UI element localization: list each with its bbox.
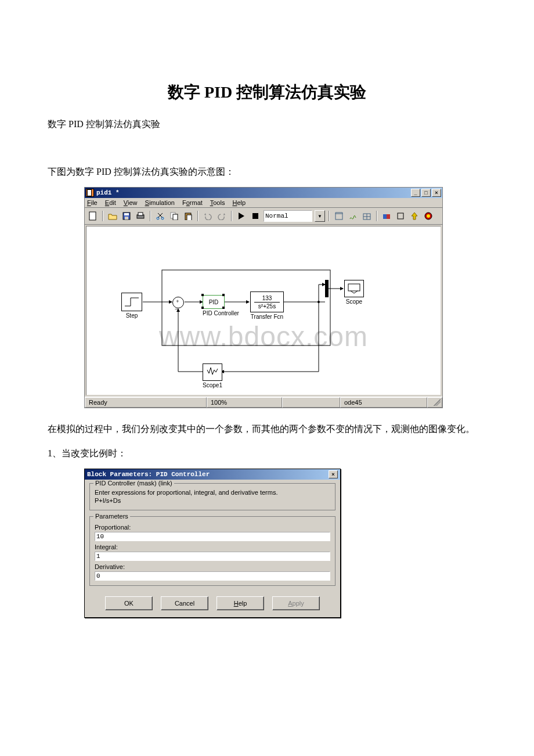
input-proportional[interactable] <box>95 532 330 541</box>
tool-icon-6[interactable] <box>409 210 420 222</box>
status-ready: Ready <box>85 397 207 408</box>
svg-rect-9 <box>173 214 178 220</box>
copy-icon[interactable] <box>168 210 180 222</box>
svg-rect-38 <box>348 284 360 291</box>
tool-icon-4[interactable] <box>381 210 392 222</box>
block-pid[interactable]: PID <box>203 295 225 309</box>
group-description: PID Controller (mask) (link) Enter expre… <box>89 483 335 510</box>
tf-denominator: s²+25s <box>258 303 276 309</box>
status-bar: Ready 100% ode45 <box>85 397 442 408</box>
group-parameters: Parameters Proportional: Integral: Deriv… <box>89 516 335 586</box>
svg-rect-13 <box>335 214 342 219</box>
toolbar-separator <box>329 211 330 221</box>
menu-file[interactable]: File <box>87 199 98 206</box>
paste-icon[interactable] <box>182 210 194 222</box>
new-icon[interactable] <box>87 210 99 222</box>
svg-rect-19 <box>398 213 403 219</box>
dialog-window: Block Parameters: PID Controller × PID C… <box>84 469 341 618</box>
dialog-desc-1: Enter expressions for proportional, inte… <box>95 488 330 496</box>
label-proportional: Proportional: <box>95 524 330 531</box>
menu-view[interactable]: View <box>124 199 138 206</box>
svg-rect-12 <box>252 213 258 219</box>
tool-icon-3[interactable] <box>361 210 373 222</box>
svg-rect-18 <box>387 214 390 219</box>
block-transfer-fcn[interactable]: 133 s²+25s <box>250 291 284 312</box>
svg-rect-0 <box>89 212 96 220</box>
group-params-legend: Parameters <box>93 513 130 520</box>
block-pid-label: PID Controller <box>203 310 239 316</box>
block-sum[interactable]: + <box>172 297 184 308</box>
menu-edit[interactable]: Edit <box>105 199 116 206</box>
minimize-button[interactable]: _ <box>411 189 420 197</box>
block-scope1[interactable] <box>203 363 222 381</box>
dialog-desc-2: P+I/s+Ds <box>95 496 330 505</box>
open-icon[interactable] <box>107 210 118 222</box>
svg-rect-5 <box>138 213 143 215</box>
toolbar-separator <box>102 211 103 221</box>
label-integral: Integral: <box>95 543 330 550</box>
svg-rect-17 <box>383 214 387 219</box>
dialog-close-button[interactable]: × <box>329 470 338 478</box>
cut-icon[interactable] <box>154 210 166 222</box>
tool-icon-2[interactable] <box>347 210 359 222</box>
sim-mode-select[interactable]: Normal <box>264 210 312 222</box>
block-step-label: Step <box>121 312 142 319</box>
tool-icon-7[interactable] <box>423 210 434 222</box>
simulink-titlebar: pid1 * _ □ × <box>85 188 442 198</box>
block-step[interactable] <box>121 293 142 311</box>
window-title: pid1 * <box>96 189 411 196</box>
help-button[interactable]: Help <box>217 596 264 610</box>
cancel-button[interactable]: Cancel <box>161 596 208 610</box>
sim-mode-dropdown-icon[interactable]: ▼ <box>315 210 325 222</box>
apply-button[interactable]: Apply <box>272 596 320 610</box>
page-title: 数字 PID 控制算法仿真实验 <box>29 81 505 103</box>
group-desc-legend: PID Controller (mask) (link) <box>93 480 174 487</box>
toolbar-separator <box>197 211 199 221</box>
tool-icon-5[interactable] <box>395 210 406 222</box>
block-tf-label: Transfer Fcn <box>250 314 284 320</box>
block-scope-label: Scope <box>344 298 364 305</box>
svg-rect-11 <box>187 215 192 220</box>
tf-numerator: 133 <box>262 295 272 301</box>
doc-item-1: 1、当改变比例时： <box>29 444 505 463</box>
close-button[interactable]: × <box>432 189 441 197</box>
status-blank <box>282 397 340 408</box>
menu-help[interactable]: Help <box>232 199 246 206</box>
doc-caption: 下图为数字 PID 控制算法仿真实验的示意图： <box>29 163 505 181</box>
menu-simulation[interactable]: Simulation <box>145 199 175 206</box>
toolbar-separator <box>376 211 377 221</box>
svg-rect-31 <box>325 280 329 297</box>
dialog-titlebar: Block Parameters: PID Controller × <box>85 469 340 480</box>
input-derivative[interactable] <box>95 571 330 581</box>
save-icon[interactable] <box>121 210 132 222</box>
status-solver: ode45 <box>340 397 427 408</box>
menu-bar: File Edit View Simulation Format Tools H… <box>85 198 442 208</box>
dialog-title: Block Parameters: PID Controller <box>87 471 329 478</box>
block-scope[interactable] <box>344 280 364 297</box>
status-zoom: 100% <box>207 397 282 408</box>
undo-icon[interactable] <box>202 210 214 222</box>
svg-rect-22 <box>162 270 330 345</box>
menu-tools[interactable]: Tools <box>210 199 225 206</box>
maximize-button[interactable]: □ <box>421 189 431 197</box>
toolbar-separator <box>231 211 232 221</box>
toolbar: Normal ▼ <box>85 208 442 225</box>
tool-icon-1[interactable] <box>333 210 345 222</box>
doc-subtitle: 数字 PID 控制算法仿真实验 <box>29 115 505 134</box>
toolbar-separator <box>150 211 151 221</box>
svg-rect-3 <box>125 217 128 219</box>
block-scope1-label: Scope1 <box>203 382 222 388</box>
stop-icon[interactable] <box>250 210 261 222</box>
model-canvas[interactable]: www.bdocx.com <box>86 226 441 395</box>
simulink-window: pid1 * _ □ × File Edit View Simulation F… <box>84 187 443 408</box>
run-icon[interactable] <box>236 210 247 222</box>
app-icon <box>86 189 94 197</box>
ok-button[interactable]: OK <box>105 596 153 610</box>
redo-icon[interactable] <box>216 210 228 222</box>
doc-para-after: 在模拟的过程中，我们分别改变其中的一个参数，而其他的两个参数不变的情况下，观测他… <box>29 420 505 438</box>
label-derivative: Derivative: <box>95 563 330 570</box>
input-integral[interactable] <box>95 552 330 561</box>
status-grip <box>427 397 442 408</box>
menu-format[interactable]: Format <box>182 199 203 206</box>
print-icon[interactable] <box>135 210 146 222</box>
